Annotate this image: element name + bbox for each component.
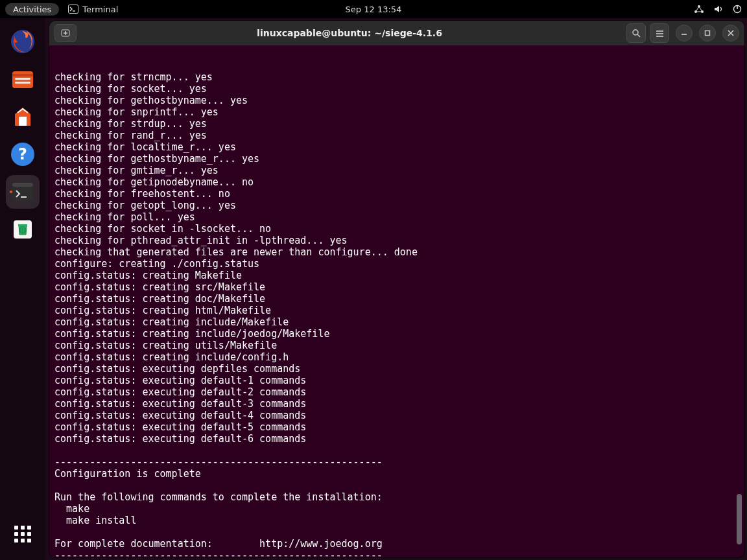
- network-icon[interactable]: [694, 5, 704, 14]
- terminal-output-text: checking for strncmp... yes checking for…: [54, 71, 744, 557]
- show-applications-button[interactable]: [6, 517, 40, 551]
- svg-rect-0: [69, 5, 78, 14]
- grid-icon: [14, 526, 31, 542]
- close-button[interactable]: [722, 25, 739, 41]
- clock[interactable]: Sep 12 13:54: [346, 5, 402, 14]
- new-tab-button[interactable]: [54, 24, 77, 42]
- dock: ?: [0, 18, 45, 560]
- app-menu[interactable]: Terminal: [68, 5, 118, 14]
- dock-item-files[interactable]: [6, 62, 40, 96]
- dock-item-terminal[interactable]: [6, 175, 40, 209]
- dock-item-software[interactable]: [6, 100, 40, 134]
- power-icon[interactable]: [733, 5, 742, 14]
- window-titlebar[interactable]: linuxcapable@ubuntu: ~/siege-4.1.6: [49, 21, 744, 45]
- maximize-button[interactable]: [699, 25, 716, 41]
- svg-rect-10: [15, 78, 30, 80]
- gnome-topbar: Activities Terminal Sep 12 13:54: [0, 0, 747, 18]
- minimize-button[interactable]: [676, 25, 693, 41]
- dock-item-firefox[interactable]: [6, 25, 40, 58]
- app-menu-label: Terminal: [82, 5, 118, 14]
- svg-rect-12: [19, 117, 27, 126]
- scrollbar[interactable]: [735, 48, 743, 555]
- running-indicator-icon: [10, 191, 12, 193]
- terminal-output-area[interactable]: checking for strncmp... yes checking for…: [49, 45, 744, 557]
- svg-rect-30: [706, 31, 710, 36]
- svg-rect-11: [15, 82, 30, 84]
- svg-rect-9: [12, 74, 33, 76]
- svg-rect-16: [12, 183, 33, 187]
- search-button[interactable]: [626, 23, 646, 43]
- svg-line-25: [637, 34, 640, 37]
- activities-button[interactable]: Activities: [5, 3, 59, 16]
- terminal-icon: [68, 5, 78, 14]
- dock-item-trash[interactable]: [6, 213, 40, 246]
- scrollbar-thumb[interactable]: [737, 494, 742, 544]
- dock-item-help[interactable]: ?: [6, 137, 40, 171]
- terminal-window: linuxcapable@ubuntu: ~/siege-4.1.6 check…: [49, 21, 744, 557]
- hamburger-menu-button[interactable]: [650, 23, 669, 43]
- volume-icon[interactable]: [713, 5, 724, 14]
- svg-rect-19: [18, 224, 27, 226]
- svg-text:?: ?: [18, 145, 27, 163]
- svg-point-24: [633, 30, 638, 35]
- window-title: linuxcapable@ubuntu: ~/siege-4.1.6: [77, 28, 622, 38]
